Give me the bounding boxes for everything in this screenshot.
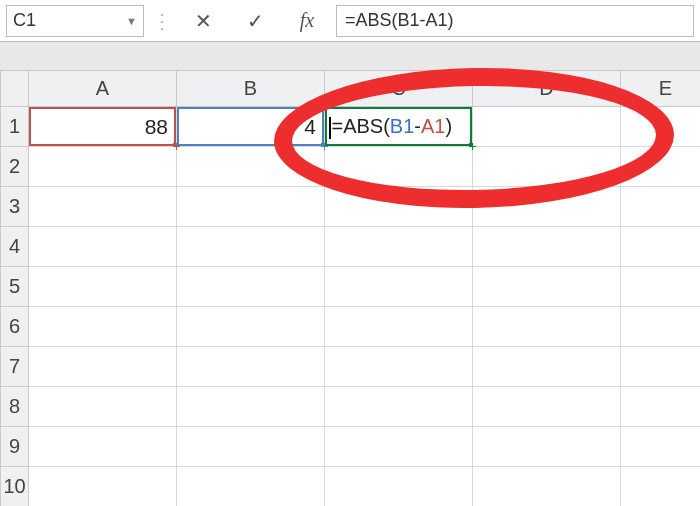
cell-E5[interactable] bbox=[621, 267, 701, 307]
cell-E10[interactable] bbox=[621, 467, 701, 507]
cell-B3[interactable] bbox=[177, 187, 325, 227]
cell-C6[interactable] bbox=[325, 307, 473, 347]
row-header-9[interactable]: 9 bbox=[1, 427, 29, 467]
formula-input[interactable]: =ABS(B1-A1) bbox=[336, 5, 694, 37]
tok-suffix: ) bbox=[445, 115, 452, 137]
cell-C5[interactable] bbox=[325, 267, 473, 307]
cell-A9[interactable] bbox=[29, 427, 177, 467]
name-box-value: C1 bbox=[13, 10, 36, 31]
tok-ref-A1: A1 bbox=[421, 115, 445, 137]
row-header-6[interactable]: 6 bbox=[1, 307, 29, 347]
grid-table: A B C D E 1 88 4 =ABS(B1-A1) 2 bbox=[0, 70, 700, 506]
row-4: 4 bbox=[1, 227, 701, 267]
cell-A5[interactable] bbox=[29, 267, 177, 307]
cell-A2[interactable] bbox=[29, 147, 177, 187]
col-header-B[interactable]: B bbox=[177, 71, 325, 107]
cell-C9[interactable] bbox=[325, 427, 473, 467]
row-header-1[interactable]: 1 bbox=[1, 107, 29, 147]
cell-A3[interactable] bbox=[29, 187, 177, 227]
cell-E2[interactable] bbox=[621, 147, 701, 187]
cell-A10[interactable] bbox=[29, 467, 177, 507]
select-all-corner[interactable] bbox=[1, 71, 29, 107]
row-header-3[interactable]: 3 bbox=[1, 187, 29, 227]
tok-prefix: =ABS( bbox=[332, 115, 390, 137]
row-header-2[interactable]: 2 bbox=[1, 147, 29, 187]
col-header-A[interactable]: A bbox=[29, 71, 177, 107]
col-header-D[interactable]: D bbox=[473, 71, 621, 107]
cell-D7[interactable] bbox=[473, 347, 621, 387]
cell-D10[interactable] bbox=[473, 467, 621, 507]
cell-D8[interactable] bbox=[473, 387, 621, 427]
cell-C8[interactable] bbox=[325, 387, 473, 427]
col-header-C[interactable]: C bbox=[325, 71, 473, 107]
cell-B7[interactable] bbox=[177, 347, 325, 387]
chevron-down-icon[interactable]: ▼ bbox=[126, 15, 137, 27]
cell-E3[interactable] bbox=[621, 187, 701, 227]
cell-C7[interactable] bbox=[325, 347, 473, 387]
row-2: 2 bbox=[1, 147, 701, 187]
separator: ⋮ bbox=[150, 9, 174, 33]
text-cursor-icon bbox=[329, 117, 331, 139]
tok-minus: - bbox=[414, 115, 421, 137]
column-header-row: A B C D E bbox=[1, 71, 701, 107]
cell-B1[interactable]: 4 bbox=[177, 107, 325, 147]
cancel-formula-button[interactable]: ✕ bbox=[180, 5, 226, 37]
row-7: 7 bbox=[1, 347, 701, 387]
cell-C2[interactable] bbox=[325, 147, 473, 187]
row-header-8[interactable]: 8 bbox=[1, 387, 29, 427]
cell-C1-editing: =ABS(B1-A1) bbox=[329, 115, 452, 137]
cell-A8[interactable] bbox=[29, 387, 177, 427]
cell-B2[interactable] bbox=[177, 147, 325, 187]
row-1: 1 88 4 =ABS(B1-A1) bbox=[1, 107, 701, 147]
formula-bar: C1 ▼ ⋮ ✕ ✓ fx =ABS(B1-A1) bbox=[0, 0, 700, 42]
cell-D3[interactable] bbox=[473, 187, 621, 227]
cell-B6[interactable] bbox=[177, 307, 325, 347]
row-header-4[interactable]: 4 bbox=[1, 227, 29, 267]
cell-C10[interactable] bbox=[325, 467, 473, 507]
cell-B9[interactable] bbox=[177, 427, 325, 467]
row-8: 8 bbox=[1, 387, 701, 427]
cell-D4[interactable] bbox=[473, 227, 621, 267]
tok-ref-B1: B1 bbox=[390, 115, 414, 137]
cell-D6[interactable] bbox=[473, 307, 621, 347]
cell-A6[interactable] bbox=[29, 307, 177, 347]
ribbon-gap bbox=[0, 42, 700, 70]
cell-D1[interactable] bbox=[473, 107, 621, 147]
cell-A7[interactable] bbox=[29, 347, 177, 387]
cell-E6[interactable] bbox=[621, 307, 701, 347]
insert-function-button[interactable]: fx bbox=[284, 5, 330, 37]
cell-E7[interactable] bbox=[621, 347, 701, 387]
name-box[interactable]: C1 ▼ bbox=[6, 5, 144, 37]
cell-D9[interactable] bbox=[473, 427, 621, 467]
cell-E9[interactable] bbox=[621, 427, 701, 467]
cell-E8[interactable] bbox=[621, 387, 701, 427]
cell-C1[interactable]: =ABS(B1-A1) bbox=[325, 107, 473, 147]
cell-D5[interactable] bbox=[473, 267, 621, 307]
row-header-7[interactable]: 7 bbox=[1, 347, 29, 387]
row-header-10[interactable]: 10 bbox=[1, 467, 29, 507]
accept-formula-button[interactable]: ✓ bbox=[232, 5, 278, 37]
row-6: 6 bbox=[1, 307, 701, 347]
check-icon: ✓ bbox=[247, 9, 264, 33]
cell-B1-value: 4 bbox=[304, 115, 316, 138]
spreadsheet-grid: A B C D E 1 88 4 =ABS(B1-A1) 2 bbox=[0, 70, 700, 506]
cell-B4[interactable] bbox=[177, 227, 325, 267]
cell-D2[interactable] bbox=[473, 147, 621, 187]
cell-B8[interactable] bbox=[177, 387, 325, 427]
cell-A1[interactable]: 88 bbox=[29, 107, 177, 147]
cell-B5[interactable] bbox=[177, 267, 325, 307]
col-header-E[interactable]: E bbox=[621, 71, 701, 107]
cell-A4[interactable] bbox=[29, 227, 177, 267]
row-header-5[interactable]: 5 bbox=[1, 267, 29, 307]
row-9: 9 bbox=[1, 427, 701, 467]
cell-C3[interactable] bbox=[325, 187, 473, 227]
cell-E4[interactable] bbox=[621, 227, 701, 267]
cancel-icon: ✕ bbox=[195, 9, 212, 33]
formula-text: =ABS(B1-A1) bbox=[345, 10, 454, 31]
cell-E1[interactable] bbox=[621, 107, 701, 147]
fx-icon: fx bbox=[300, 9, 314, 32]
cell-A1-value: 88 bbox=[145, 115, 168, 138]
cell-C4[interactable] bbox=[325, 227, 473, 267]
cell-B10[interactable] bbox=[177, 467, 325, 507]
row-10: 10 bbox=[1, 467, 701, 507]
